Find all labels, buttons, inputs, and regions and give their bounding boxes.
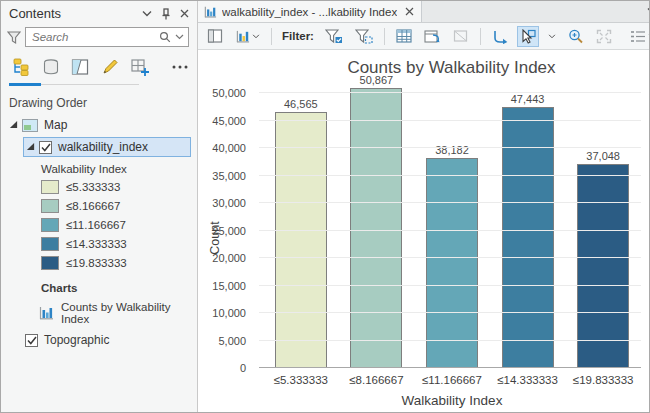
bar-value-label: 50,867 <box>360 74 394 86</box>
gridline <box>259 285 641 286</box>
map-label: Map <box>44 118 67 132</box>
legend-swatch[interactable] <box>41 218 59 232</box>
y-axis-ticks: 05,00010,00015,00020,00025,00030,00035,0… <box>198 93 256 368</box>
gridline <box>259 120 641 121</box>
legend-swatch[interactable] <box>41 256 59 270</box>
x-tick-label: ≤5.333333 <box>263 374 339 386</box>
view-tabstrip: walkability_index - ...lkability Index <box>198 1 650 23</box>
bar[interactable] <box>350 88 402 368</box>
more-options-icon[interactable] <box>171 57 189 77</box>
filter-by-selection-button[interactable] <box>352 26 376 47</box>
y-tick-label: 5,000 <box>218 335 246 347</box>
x-tick-label: ≤11.166667 <box>414 374 490 386</box>
legend-swatch[interactable] <box>41 199 59 213</box>
bar-chart-icon <box>204 6 217 18</box>
tab-close-icon[interactable] <box>405 7 414 16</box>
search-icon[interactable] <box>159 31 171 43</box>
gridline <box>259 257 641 258</box>
select-mode-chevron-icon[interactable] <box>545 26 559 47</box>
filter-by-extent-button[interactable] <box>322 26 346 47</box>
x-tick-label: ≤14.333333 <box>490 374 566 386</box>
gridline <box>259 312 641 313</box>
arcgis-window: Contents <box>0 0 650 413</box>
charts-section-label: Charts <box>1 270 197 298</box>
x-axis-title: Walkability Index <box>263 393 641 408</box>
bars-container: 46,56550,86738,18247,44337,048 <box>263 63 641 368</box>
legend-list: ≤5.333333≤8.166667≤11.166667≤14.333333≤1… <box>1 179 197 270</box>
chevron-down-icon <box>252 34 260 39</box>
zoom-mode-button[interactable] <box>565 26 587 47</box>
bar[interactable] <box>577 164 629 368</box>
close-icon[interactable] <box>180 9 189 18</box>
x-tick-label: ≤19.833333 <box>565 374 641 386</box>
bar-chart-icon <box>39 306 54 320</box>
tree-item-walkability-layer[interactable]: walkability_index <box>23 137 191 157</box>
legend-item[interactable]: ≤19.833333 <box>41 255 197 270</box>
legend-swatch[interactable] <box>41 180 59 194</box>
list-by-drawing-order-icon[interactable] <box>11 57 31 77</box>
select-mode-button[interactable] <box>517 26 539 47</box>
chart-type-button[interactable] <box>233 26 263 47</box>
plot-area: 46,56550,86738,18247,44337,048 <box>263 93 641 368</box>
chart-legend-button[interactable] <box>627 26 650 47</box>
search-dropdown-chevron-icon[interactable] <box>175 34 184 40</box>
layer-visibility-checkbox[interactable] <box>39 141 52 154</box>
chart-toolbar: Filter: <box>198 23 650 50</box>
legend-item[interactable]: ≤11.166667 <box>41 217 197 232</box>
tree-item-basemap[interactable]: Topographic <box>1 327 197 347</box>
pin-icon[interactable] <box>161 8 171 20</box>
filter-funnel-icon[interactable] <box>7 31 21 44</box>
bar-slot: 47,443 <box>490 63 566 368</box>
tab-title: walkability_index - ...lkability Index <box>222 6 397 18</box>
search-box[interactable] <box>25 27 189 47</box>
legend-item[interactable]: ≤5.333333 <box>41 179 197 194</box>
panel-tab-underline <box>9 83 189 86</box>
bar-value-label: 46,565 <box>284 98 318 110</box>
flip-axes-button[interactable] <box>489 26 511 47</box>
collapse-expander-icon[interactable] <box>9 120 19 130</box>
show-data-table-button[interactable] <box>393 26 415 47</box>
contents-panel: Contents <box>1 1 198 412</box>
switch-selection-button[interactable] <box>421 26 444 47</box>
basemap-visibility-checkbox[interactable] <box>25 334 38 347</box>
legend-label: ≤14.333333 <box>66 238 127 250</box>
panel-menu-chevron-icon[interactable] <box>142 10 152 17</box>
list-by-editing-icon[interactable] <box>101 57 119 77</box>
bar-value-label: 37,048 <box>586 150 620 162</box>
legend-label: ≤5.333333 <box>66 181 120 193</box>
gridline <box>259 92 641 93</box>
contents-header: Contents <box>1 1 197 23</box>
list-by-data-source-icon[interactable] <box>42 57 60 77</box>
y-tick-label: 0 <box>240 362 246 374</box>
y-tick-label: 25,000 <box>212 225 246 237</box>
clear-selection-button-disabled <box>450 26 472 47</box>
gridline <box>259 230 641 231</box>
bar-slot: 50,867 <box>339 63 415 368</box>
chart-item-label: Counts by Walkability Index <box>61 301 197 325</box>
list-by-snapping-icon[interactable] <box>130 57 150 77</box>
y-tick-label: 10,000 <box>212 307 246 319</box>
y-tick-label: 20,000 <box>212 252 246 264</box>
legend-item[interactable]: ≤8.166667 <box>41 198 197 213</box>
basemap-label: Topographic <box>44 333 109 347</box>
drawing-order-label: Drawing Order <box>1 86 197 116</box>
bar[interactable] <box>275 112 327 368</box>
chart-view-tab[interactable]: walkability_index - ...lkability Index <box>198 1 422 22</box>
bar[interactable] <box>426 158 478 368</box>
panel-title: Contents <box>9 6 142 21</box>
tree-item-chart[interactable]: Counts by Walkability Index <box>1 298 197 327</box>
filter-label: Filter: <box>282 30 314 42</box>
active-tab-indicator <box>9 83 41 86</box>
chart-properties-button[interactable] <box>204 26 227 47</box>
legend-swatch[interactable] <box>41 237 59 251</box>
x-axis-ticks: ≤5.333333≤8.166667≤11.166667≤14.333333≤1… <box>263 374 641 386</box>
y-tick-label: 30,000 <box>212 197 246 209</box>
tree-item-map[interactable]: Map <box>1 116 197 134</box>
list-by-selection-icon[interactable] <box>71 57 89 77</box>
bar-slot: 46,565 <box>263 63 339 368</box>
legend-item[interactable]: ≤14.333333 <box>41 236 197 251</box>
chart-canvas[interactable]: Counts by Walkability Index Count 05,000… <box>198 50 650 412</box>
chart-view-panel: walkability_index - ...lkability Index <box>198 1 650 412</box>
collapse-expander-icon[interactable] <box>26 142 36 152</box>
search-input[interactable] <box>32 31 159 43</box>
